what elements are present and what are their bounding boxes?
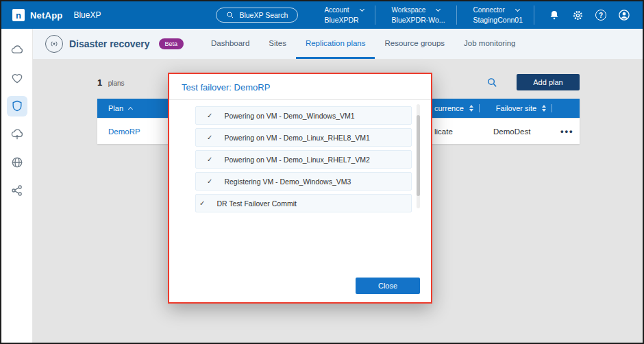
column-occurrence[interactable]: currence [434,104,464,112]
service-tabs: Dashboard Sites Replication plans Resour… [201,29,525,59]
connector-value: StagingConn01 [473,16,523,24]
modal-body: Powering on VM - Demo_Windows_VM1 Poweri… [169,100,431,278]
modal-scrollbar[interactable] [417,104,420,208]
tab-resource-groups[interactable]: Resource groups [375,29,454,59]
account-label: Account [324,6,349,14]
plans-count-wrap: 1 plans [97,76,125,88]
app-sidebar [1,29,33,343]
step-item: Powering on VM - Demo_Linux_RHEL8_VM1 [195,128,412,147]
close-button[interactable]: Close [356,278,420,294]
gear-icon [572,10,584,21]
column-plan[interactable]: Plan [97,104,132,112]
workspace-label: Workspace [392,6,426,14]
sort-icon[interactable] [469,105,473,112]
row-actions-button[interactable]: ••• [560,126,574,136]
scrollbar-thumb[interactable] [417,115,420,196]
tab-replication-plans[interactable]: Replication plans [296,29,375,59]
step-label: Registering VM - Demo_Windows_VM3 [224,177,351,186]
search-icon [226,11,234,19]
disaster-recovery-icon [45,35,63,53]
sidebar-item-extend[interactable] [7,152,27,173]
brand-name: NetApp [30,10,62,21]
step-label: Powering on VM - Demo_Linux_RHEL7_VM2 [224,156,369,164]
netapp-logo-icon [12,9,25,21]
notifications-button[interactable] [547,8,562,23]
global-search[interactable]: BlueXP Search [216,8,298,23]
service-identity: Disaster recovery Beta [45,35,184,53]
product-name: BlueXP [73,10,101,20]
step-label: Powering on VM - Demo_Linux_RHEL8_VM1 [224,134,369,142]
add-plan-button[interactable]: Add plan [517,74,580,90]
check-icon [199,199,205,207]
shield-icon [10,99,24,113]
plan-link[interactable]: DemoRP [97,127,140,136]
tab-dashboard[interactable]: Dashboard [201,29,259,59]
step-item: Powering on VM - Demo_Windows_VM1 [195,106,412,125]
user-icon [618,9,630,21]
column-failover-site[interactable]: Failover site [496,104,536,112]
chevron-down-icon [515,7,520,12]
connector-menu[interactable]: Connector StagingConn01 [462,5,534,25]
heart-icon [10,71,24,85]
modal-title: Test failover: DemoRP [169,74,431,100]
app-header: NetApp BlueXP BlueXP Search Account Blue… [1,1,643,29]
sidebar-item-share[interactable] [7,180,27,201]
sidebar-item-health[interactable] [7,68,27,88]
cloud-upload-icon [10,127,24,141]
cloud-icon [10,43,24,57]
sidebar-item-protection[interactable] [7,96,27,116]
plans-count-label: plans [108,79,125,87]
sidebar-item-mobility[interactable] [7,124,27,145]
page-title: Disaster recovery [69,38,150,49]
check-icon [207,156,212,163]
global-search-label: BlueXP Search [239,11,288,19]
chevron-down-icon [436,7,441,12]
modal-footer: Close [169,278,431,302]
plans-count: 1 [97,77,102,88]
check-icon [207,134,212,141]
check-icon [207,112,212,119]
check-icon [207,177,212,185]
bell-icon [549,10,560,21]
sort-asc-icon [128,107,133,112]
help-button[interactable] [593,8,608,23]
service-nav: Disaster recovery Beta Dashboard Sites R… [33,29,643,59]
table-header-right: currence Failover site [434,104,552,112]
help-icon [595,10,606,21]
connector-label: Connector [473,6,505,14]
column-divider [552,104,552,112]
step-item: Powering on VM - Demo_Linux_RHEL7_VM2 [195,150,412,169]
beta-badge: Beta [159,38,184,49]
sidebar-item-storage[interactable] [7,40,27,60]
share-nodes-icon [10,184,24,197]
sort-icon[interactable] [542,105,546,112]
table-search-button[interactable] [485,75,499,89]
chevron-down-icon [360,7,364,12]
tab-sites[interactable]: Sites [259,29,296,59]
workspace-value: BlueXPDR-Wo... [392,16,445,24]
tab-job-monitoring[interactable]: Job monitoring [454,29,525,59]
failover-steps-list: Powering on VM - Demo_Windows_VM1 Poweri… [195,106,412,212]
search-icon [486,77,498,88]
step-label: Powering on VM - Demo_Windows_VM1 [224,112,354,120]
globe-icon [10,156,24,169]
settings-button[interactable] [570,8,585,23]
profile-button[interactable] [617,8,632,23]
plan-status-cell: licate [434,127,453,136]
test-failover-modal: Test failover: DemoRP Powering on VM - D… [168,73,432,304]
step-item: Registering VM - Demo_Windows_VM3 [195,172,412,191]
step-label: DR Test Failover Commit [216,199,297,208]
account-value: BlueXPDR [324,16,363,24]
column-divider [479,104,480,112]
workspace-menu[interactable]: Workspace BlueXPDR-Wo... [381,5,457,25]
app-window: NetApp BlueXP BlueXP Search Account Blue… [0,0,644,344]
step-item: DR Test Failover Commit [195,194,412,212]
account-menu[interactable]: Account BlueXPDR [313,5,375,25]
failover-site-cell: DemoDest [493,127,530,136]
header-icon-group [540,8,632,23]
